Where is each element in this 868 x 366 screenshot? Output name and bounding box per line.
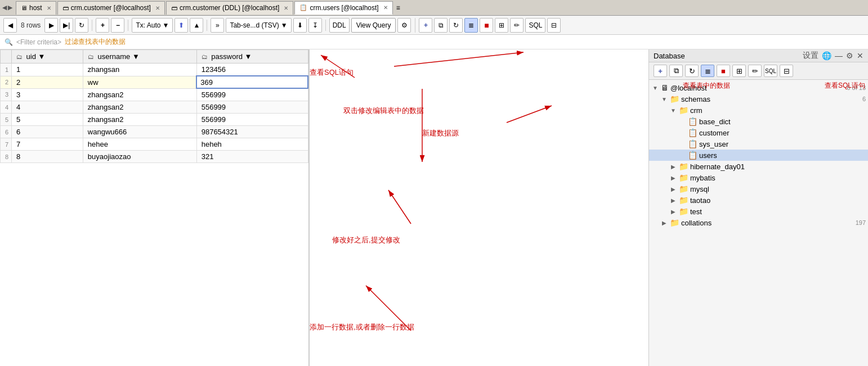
tree-toggle[interactable]: ▼ [660, 96, 668, 102]
cell-uid[interactable]: 1 [12, 64, 83, 76]
cell-uid[interactable]: 7 [12, 138, 83, 151]
rt-stop-button[interactable]: ■ [717, 65, 730, 77]
add-connection-button[interactable]: + [419, 18, 432, 33]
tree-item-base_dict[interactable]: 📋base_dict [649, 116, 868, 127]
rt-refresh-button[interactable]: ↻ [685, 65, 699, 77]
col-username-header[interactable]: 🗂 username ▼ [83, 50, 196, 64]
col-password-header[interactable]: 🗂 password ▼ [196, 50, 308, 64]
tree-item-users[interactable]: 📋users [649, 150, 868, 161]
table-row[interactable]: 33zhangsan2556999 [1, 88, 308, 101]
export-dropdown[interactable]: Tab-se...d (TSV) ▼ [226, 18, 291, 33]
nav-next-button[interactable]: ▶ [44, 18, 58, 33]
tree-item-customer[interactable]: 📋customer [649, 127, 868, 138]
rt-grid-button[interactable]: ⊞ [732, 65, 746, 77]
cell-password[interactable] [196, 76, 308, 88]
cell-uid[interactable]: 2 [12, 76, 83, 88]
tree-toggle[interactable]: ▶ [669, 164, 677, 170]
stop-button[interactable]: ■ [480, 18, 493, 33]
toolbar-settings-button[interactable]: ⚙ [397, 18, 411, 33]
tab-list-icon[interactable]: ≡ [396, 4, 400, 12]
tab-host[interactable]: 🖥 host ✕ [16, 1, 56, 15]
table-row[interactable]: 44zhangsan2556999 [1, 101, 308, 114]
cell-password[interactable]: 321 [196, 151, 308, 163]
cell-password[interactable]: 556999 [196, 114, 308, 126]
tab-nav[interactable]: ◀ ▶ [2, 4, 12, 11]
tree-toggle[interactable]: ▶ [669, 186, 677, 192]
cell-password[interactable]: 123456 [196, 64, 308, 76]
tree-toggle[interactable]: ▼ [651, 85, 659, 91]
tree-toggle[interactable]: ▶ [669, 175, 677, 181]
cell-username[interactable]: wangwu666 [83, 126, 196, 138]
rt-copy-button[interactable]: ⧉ [669, 65, 683, 77]
globe-icon[interactable]: 🌐 [822, 51, 831, 60]
rt-sql-button[interactable]: SQL [764, 65, 777, 77]
tx-dropdown[interactable]: Tx: Auto ▼ [132, 18, 173, 33]
cell-username[interactable]: zhangsan2 [83, 88, 196, 101]
table-row[interactable]: 22ww [1, 76, 308, 88]
tree-item-hibernate_day01[interactable]: ▶📁hibernate_day01 [649, 161, 868, 172]
tab-host-close[interactable]: ✕ [47, 5, 51, 11]
view-query-button[interactable]: View Query [351, 18, 396, 33]
cell-uid[interactable]: 8 [12, 151, 83, 163]
tree-toggle[interactable]: ▶ [669, 197, 677, 204]
tab-nav-next[interactable]: ▶ [8, 4, 12, 11]
cell-uid[interactable]: 3 [12, 88, 83, 101]
cell-username[interactable]: ww [83, 76, 196, 88]
cell-uid[interactable]: 5 [12, 114, 83, 126]
cell-password[interactable]: 556999 [196, 101, 308, 114]
tree-item-test[interactable]: ▶📁test [649, 206, 868, 217]
edit-button[interactable]: ✏ [510, 18, 524, 33]
tree-item-collations[interactable]: ▶📁collations197 [649, 217, 868, 228]
tree-toggle[interactable]: ▶ [669, 209, 677, 215]
tab-crm-customer-close[interactable]: ✕ [155, 5, 160, 11]
export-arrow-button[interactable]: ▲ [190, 18, 203, 33]
table-row[interactable]: 77heheeheheh [1, 138, 308, 151]
cell-password[interactable]: heheh [196, 138, 308, 151]
col-uid-header[interactable]: 🗂 uid ▼ [12, 50, 83, 64]
table-row[interactable]: 55zhangsan2556999 [1, 114, 308, 126]
cell-password[interactable]: 556999 [196, 88, 308, 101]
refresh2-button[interactable]: ↻ [449, 18, 463, 33]
cell-username[interactable]: zhangsan [83, 64, 196, 76]
gear-icon2[interactable]: ⚙ [846, 51, 853, 60]
cell-password[interactable]: 987654321 [196, 126, 308, 138]
rt-open-button[interactable]: ≣ [701, 65, 714, 77]
tree-item-mysql[interactable]: ▶📁mysql [649, 183, 868, 195]
download2-button[interactable]: ↧ [308, 18, 322, 33]
db-up-button[interactable]: ⬆ [175, 18, 188, 33]
tree-item-mybatis[interactable]: ▶📁mybatis [649, 172, 868, 183]
cell-username[interactable]: zhangsan2 [83, 114, 196, 126]
cell-username[interactable]: hehee [83, 138, 196, 151]
tree-toggle[interactable]: ▼ [669, 107, 677, 114]
add-row-button[interactable]: + [96, 18, 109, 33]
nav-last-button[interactable]: ▶| [60, 18, 73, 33]
nav-double-button[interactable]: » [211, 18, 224, 33]
tab-crm-customer-ddl-close[interactable]: ✕ [284, 5, 288, 11]
tab-crm-customer[interactable]: 🗃 crm.customer [@localhost] ✕ [57, 1, 165, 15]
minimize-icon[interactable]: — [835, 51, 843, 60]
copy-button[interactable]: ⧉ [434, 18, 448, 33]
tree-toggle[interactable]: ▶ [660, 220, 668, 226]
cell-uid[interactable]: 6 [12, 126, 83, 138]
tree-item-schemas[interactable]: ▼📁schemas6 [649, 93, 868, 105]
cell-uid[interactable]: 4 [12, 101, 83, 114]
rt-add-button[interactable]: + [654, 65, 667, 77]
tab-nav-prev[interactable]: ◀ [2, 4, 7, 11]
rt-filter-button[interactable]: ⊟ [780, 65, 793, 77]
delete-row-button[interactable]: − [111, 18, 124, 33]
refresh-button[interactable]: ↻ [75, 18, 88, 33]
cell-username[interactable]: buyaojiaozao [83, 151, 196, 163]
close-icon2[interactable]: ✕ [857, 51, 863, 60]
ddl-button[interactable]: DDL [329, 18, 350, 33]
filter-button[interactable]: ⊟ [547, 18, 561, 33]
nav-prev-button[interactable]: ◀ [3, 18, 17, 33]
sql-button[interactable]: SQL [525, 18, 545, 33]
tab-crm-users[interactable]: 📋 crm.users [@localhost] ✕ [294, 1, 392, 15]
table-row[interactable]: 11zhangsan123456 [1, 64, 308, 76]
tree-item-sys_user[interactable]: 📋sys_user [649, 138, 868, 150]
grid-button[interactable]: ⊞ [495, 18, 508, 33]
table-row[interactable]: 66wangwu666987654321 [1, 126, 308, 138]
tree-item-taotao[interactable]: ▶📁taotao [649, 195, 868, 206]
download-button[interactable]: ⬇ [293, 18, 307, 33]
table-row[interactable]: 88buyaojiaozao321 [1, 151, 308, 163]
